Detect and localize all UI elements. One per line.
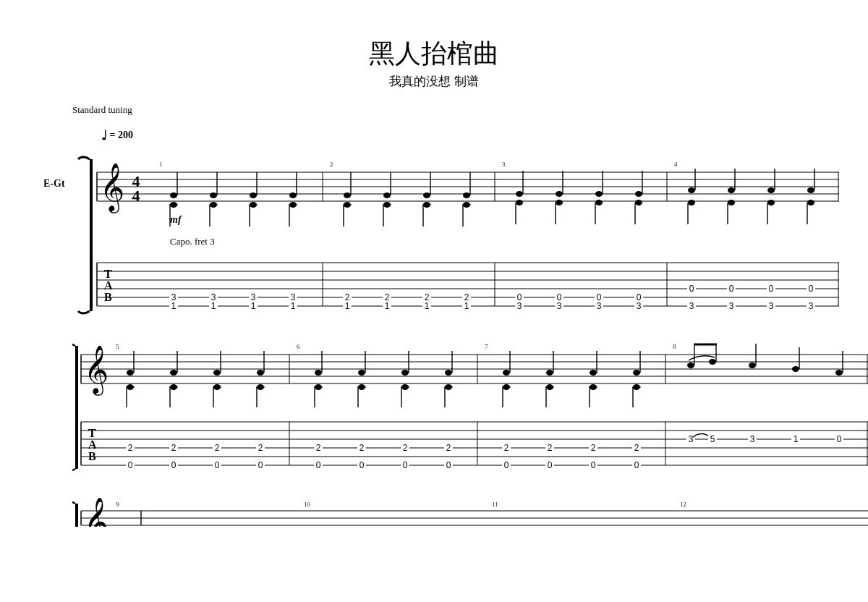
svg-point-244 [792,366,799,372]
svg-text:6: 6 [297,343,300,350]
svg-text:3: 3 [517,301,522,311]
svg-text:1: 1 [251,301,256,311]
notes-bar-3 [516,171,642,224]
dynamic-marking: mf [170,214,182,225]
svg-point-212 [445,370,452,376]
svg-text:1: 1 [159,161,163,168]
svg-text:0: 0 [634,460,639,470]
sheet-music-page: 黑人抬棺曲 我真的没想 制谱 Standard tuning ♩ = 200 E… [0,0,868,527]
svg-text:5: 5 [710,434,715,444]
svg-point-80 [767,200,775,205]
svg-point-246 [835,370,843,376]
svg-point-227 [590,370,597,376]
tab-letter-a: A [104,279,113,292]
svg-text:2: 2 [330,161,333,168]
svg-text:0: 0 [446,460,451,470]
svg-point-75 [728,187,735,193]
svg-text:1: 1 [171,301,176,311]
svg-point-67 [635,191,642,197]
capo-label: Capo. fret 3 [170,236,215,247]
svg-text:12: 12 [680,501,686,508]
svg-text:4: 4 [674,161,678,168]
notes-bar-8 [687,344,843,376]
svg-text:0: 0 [403,460,408,470]
system-3: 𝄞 9 10 11 12 [72,498,825,527]
svg-text:3: 3 [750,434,755,444]
svg-text:3: 3 [597,301,602,311]
svg-rect-320 [75,504,78,527]
system-2: 𝄞 5 6 7 8 [72,339,825,476]
svg-text:B: B [88,450,96,462]
svg-point-217 [503,370,510,376]
notes-bar-2 [343,172,471,226]
svg-text:3: 3 [809,301,814,311]
tuning-label: Standard tuning [72,104,825,116]
svg-point-222 [546,370,553,376]
svg-text:0: 0 [729,284,734,294]
treble-clef-icon: 𝄞 [84,345,109,396]
svg-text:1: 1 [793,434,799,444]
svg-text:3: 3 [637,301,642,311]
svg-point-60 [556,200,563,205]
system-2-svg: 𝄞 5 6 7 8 [72,339,868,476]
song-title: 黑人抬棺曲 [43,36,825,72]
svg-text:2: 2 [591,443,596,453]
svg-rect-0 [90,159,93,311]
svg-text:9: 9 [116,501,119,508]
svg-text:2: 2 [128,443,133,453]
svg-text:2: 2 [171,443,176,453]
svg-point-202 [358,370,365,376]
quarter-note-icon: ♩ [101,128,107,143]
svg-text:3: 3 [502,161,506,168]
song-subtitle: 我真的没想 制谱 [43,73,825,90]
notes-bar-5 [126,351,265,407]
svg-text:3: 3 [689,301,694,311]
svg-point-207 [401,370,409,376]
svg-text:0: 0 [689,284,694,294]
svg-text:7: 7 [485,343,488,350]
tab-letter-t: T [104,268,112,280]
tab-letter-b: B [104,291,112,303]
svg-point-84 [807,200,814,205]
svg-point-71 [688,187,695,193]
svg-point-50 [463,192,470,198]
svg-text:2: 2 [504,443,509,453]
svg-text:T: T [88,427,96,439]
svg-text:0: 0 [316,460,321,470]
svg-text:0: 0 [171,460,176,470]
svg-text:2: 2 [215,443,220,453]
svg-point-83 [807,187,814,193]
treble-clef-icon: 𝄞 [84,498,109,527]
svg-text:2: 2 [359,443,365,453]
svg-text:0: 0 [504,460,509,470]
svg-point-63 [595,191,603,197]
svg-point-68 [635,200,642,205]
svg-text:0: 0 [258,460,263,470]
svg-text:2: 2 [258,443,263,453]
svg-point-182 [170,370,177,376]
svg-point-197 [315,370,322,376]
svg-text:10: 10 [304,501,311,508]
svg-point-79 [767,187,775,193]
svg-point-56 [516,200,523,205]
svg-text:1: 1 [385,301,390,311]
svg-text:0: 0 [837,434,842,444]
svg-point-20 [210,192,217,198]
svg-text:2: 2 [446,443,451,453]
svg-point-76 [728,200,735,205]
svg-text:8: 8 [673,343,676,350]
svg-point-187 [213,370,221,376]
time-sig-den: 4 [132,187,140,205]
svg-text:2: 2 [316,443,321,453]
svg-point-72 [688,200,695,205]
svg-text:0: 0 [769,284,774,294]
svg-point-45 [423,192,430,198]
svg-text:11: 11 [492,501,498,508]
tempo-marking: ♩ = 200 [101,127,825,143]
system-3-svg: 𝄞 9 10 11 12 [72,498,868,527]
notes-bar-1 [169,172,297,226]
system-1-svg: 𝄞 4 4 1 2 3 4 [72,150,839,317]
svg-point-55 [516,191,523,197]
svg-point-232 [633,370,640,376]
notation-staff [81,355,868,383]
